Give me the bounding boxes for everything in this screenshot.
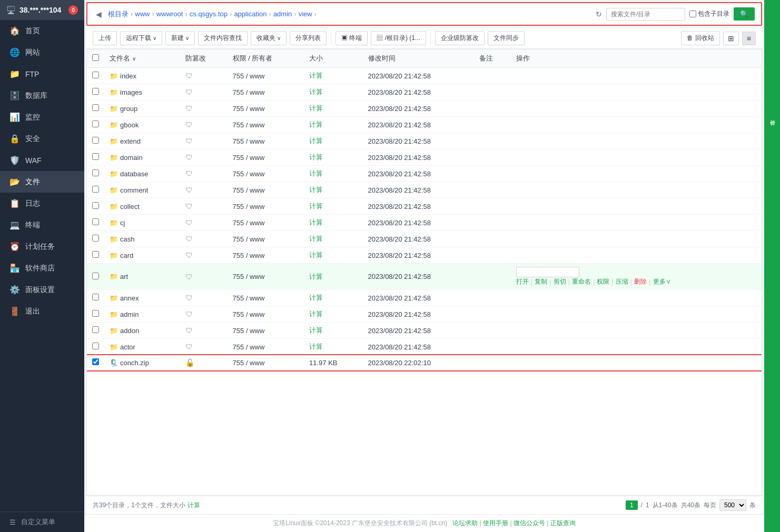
file-name[interactable]: extend [120,137,141,145]
current-page-btn[interactable]: 1 [626,500,638,510]
calc-link[interactable]: 计算 [309,273,323,280]
root-button[interactable]: ▤ /根目录) (1... [371,31,426,45]
footer-wechat-link[interactable]: 微信公众号 [514,519,545,527]
sidebar-item-monitor[interactable]: 📊监控 [0,106,84,128]
file-name[interactable]: collect [120,203,140,210]
cut-btn[interactable]: 剪切 [554,277,566,286]
copy-btn[interactable]: 复制 [535,277,547,286]
calc-link[interactable]: 计算 [309,326,323,334]
calc-link[interactable]: 计算 [309,186,323,194]
list-view-button[interactable]: ≡ [742,32,756,45]
customer-service-button[interactable]: 案服 [766,105,778,112]
share-list-button[interactable]: 分享列表 [290,31,327,45]
search-input[interactable] [606,8,685,21]
select-all-checkbox[interactable] [92,54,99,61]
file-name[interactable]: cash [120,235,134,243]
row-checkbox[interactable] [92,310,99,317]
row-checkbox[interactable] [92,235,99,242]
file-name[interactable]: index [120,72,136,80]
row-checkbox[interactable] [92,137,99,144]
file-name[interactable]: addon [120,327,139,335]
sidebar-item-store[interactable]: 🏪软件商店 [0,257,84,279]
sidebar-item-logs[interactable]: 📋日志 [0,193,84,214]
row-checkbox[interactable] [92,273,99,279]
breadcrumb-application[interactable]: application [234,10,266,18]
file-name[interactable]: conch.zip [120,359,149,367]
rename-btn[interactable]: 重命名 [572,277,591,286]
row-checkbox[interactable] [92,251,99,258]
back-button[interactable]: ◀ [94,9,104,19]
sidebar-item-settings[interactable]: ⚙️面板设置 [0,279,84,300]
calc-link[interactable]: 计算 [309,218,323,226]
breadcrumb-domain[interactable]: cs.qsgys.top [190,10,228,18]
anti-tamper-button[interactable]: 企业级防篡改 [435,31,485,45]
compress-btn[interactable]: 压缩 [616,277,628,286]
favorites-button[interactable]: 收藏夹 ∨ [251,31,287,45]
sidebar-item-security[interactable]: 🔒安全 [0,128,84,149]
sidebar-item-database[interactable]: 🗄️数据库 [0,85,84,106]
breadcrumb-wwwroot[interactable]: wwwroot [156,10,183,18]
calc-link[interactable]: 计算 [309,88,323,96]
row-checkbox[interactable] [92,202,99,209]
file-name[interactable]: domain [120,154,143,162]
file-name[interactable]: actor [120,343,135,351]
breadcrumb-www[interactable]: www [135,10,150,18]
row-checkbox[interactable] [92,121,99,127]
row-checkbox[interactable] [92,104,99,111]
file-name[interactable]: group [120,105,137,113]
file-name[interactable]: card [120,252,133,259]
sidebar-item-website[interactable]: 🌐网站 [0,42,84,63]
file-name[interactable]: admin [120,310,139,318]
calc-link[interactable]: 计算 [309,294,323,302]
custom-menu[interactable]: ☰ 自定义菜单 [0,511,84,532]
review-button[interactable]: 评价 [766,113,778,119]
calc-size-link[interactable]: 计算 [187,501,200,510]
footer-manual-link[interactable]: 使用手册 [483,519,508,527]
remote-download-button[interactable]: 远程下载 ∨ [120,31,162,45]
sidebar-item-terminal[interactable]: 💻终端 [0,214,84,236]
breadcrumb-admin[interactable]: admin [273,10,292,18]
calc-link[interactable]: 计算 [309,153,323,161]
calc-link[interactable]: 计算 [309,310,323,318]
include-subdir-checkbox[interactable] [689,11,696,17]
perm-btn[interactable]: 权限 [597,277,609,286]
find-content-button[interactable]: 文件内容查找 [198,31,248,45]
file-sync-button[interactable]: 文件同步 [488,31,525,45]
file-name[interactable]: images [120,88,142,96]
row-checkbox[interactable] [92,169,99,176]
file-name[interactable]: database [120,170,149,178]
open-btn[interactable]: 打开 [516,277,529,286]
row-checkbox[interactable] [92,326,99,333]
calc-link[interactable]: 计算 [309,251,323,259]
calc-link[interactable]: 计算 [309,104,323,112]
file-name[interactable]: annex [120,294,139,302]
more-btn[interactable]: 更多∨ [653,277,671,286]
new-button[interactable]: 新建 ∨ [165,31,195,45]
calc-link[interactable]: 计算 [309,72,323,79]
breadcrumb-root[interactable]: 根目录 [108,9,129,19]
sidebar-item-waf[interactable]: 🛡️WAF [0,149,84,171]
file-name[interactable]: gbook [120,121,139,129]
footer-license-link[interactable]: 正版查询 [550,519,576,527]
sidebar-item-tasks[interactable]: ⏰计划任务 [0,236,84,257]
terminal-button[interactable]: ▣ 终端 [335,31,368,45]
row-checkbox[interactable] [92,358,99,365]
per-page-select[interactable]: 500 100 200 [719,499,746,511]
calc-link[interactable]: 计算 [309,137,323,145]
row-checkbox[interactable] [92,186,99,193]
footer-forum-link[interactable]: 论坛求助 [452,519,478,527]
calc-link[interactable]: 计算 [309,235,323,243]
recycle-bin-button[interactable]: 🗑 回收站 [681,31,719,45]
delete-btn[interactable]: 删除 [634,277,647,286]
sidebar-item-ftp[interactable]: 📁FTP [0,63,84,85]
row-checkbox[interactable] [92,88,99,95]
calc-link[interactable]: 计算 [309,121,323,128]
sidebar-item-files[interactable]: 📂文件 [0,171,84,193]
row-checkbox[interactable] [92,294,99,300]
row-checkbox[interactable] [92,218,99,225]
row-checkbox[interactable] [92,72,99,78]
row-checkbox[interactable] [92,343,99,349]
file-name[interactable]: cj [120,219,125,227]
sidebar-item-logout[interactable]: 🚪退出 [0,300,84,322]
calc-link[interactable]: 计算 [309,202,323,210]
